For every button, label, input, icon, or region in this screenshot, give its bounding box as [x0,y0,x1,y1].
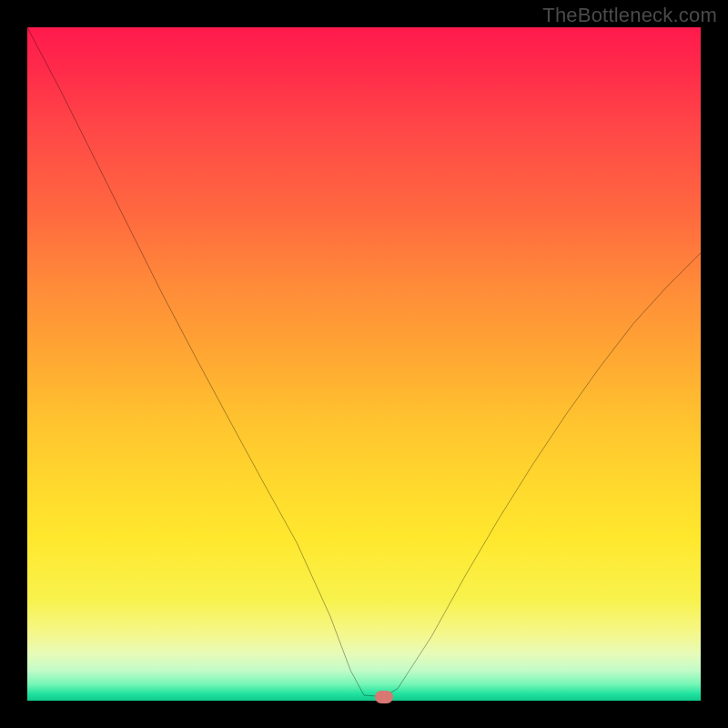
watermark-text: TheBottleneck.com [542,4,717,27]
chart-frame: TheBottleneck.com [0,0,728,728]
bottleneck-curve [27,27,701,701]
plot-area [27,27,701,701]
optimal-point-marker [375,691,393,703]
